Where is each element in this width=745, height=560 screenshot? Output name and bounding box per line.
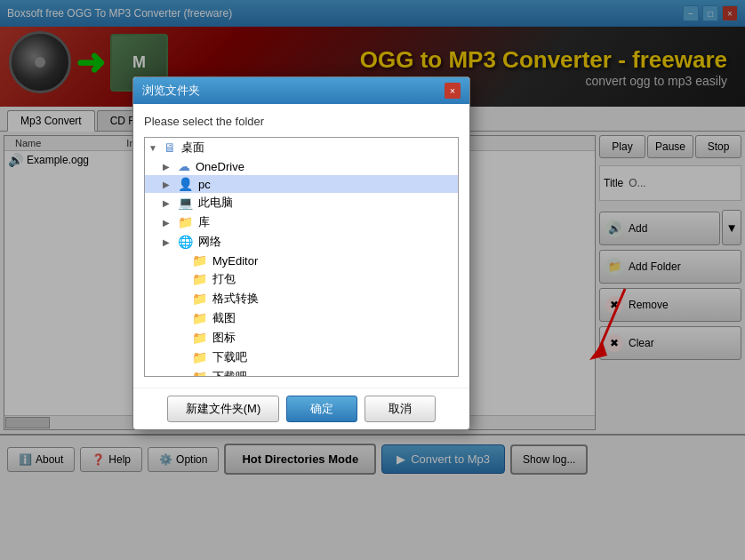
download2-icon: 📁 (192, 370, 207, 377)
tree-item-library[interactable]: ▶ 📁 库 (145, 212, 458, 232)
dialog-instruction: Please select the folder (144, 115, 459, 128)
cancel-button[interactable]: 取消 (364, 396, 436, 422)
tree-label-desktop: 桌面 (181, 140, 204, 156)
tree-arrow-onedrive: ▶ (163, 162, 175, 172)
modal-overlay: 浏览文件夹 × Please select the folder ▼ 🖥 桌面 … (0, 0, 745, 560)
tree-item-pc[interactable]: ▶ 👤 pc (145, 175, 458, 193)
dialog-body: Please select the folder ▼ 🖥 桌面 ▶ ☁ OneD… (133, 104, 469, 388)
screenshot-icon: 📁 (192, 311, 207, 325)
tree-item-convert[interactable]: 📁 格式转换 (145, 289, 458, 308)
tree-item-desktop[interactable]: ▼ 🖥 桌面 (145, 138, 458, 157)
tree-item-icons[interactable]: 📁 图标 (145, 328, 458, 348)
convert-folder-icon: 📁 (192, 292, 207, 306)
tree-item-download2[interactable]: 📁 下载吧.. (145, 367, 458, 377)
tree-label-onedrive: OneDrive (196, 160, 244, 173)
dialog-close-button[interactable]: × (445, 83, 461, 99)
tree-label-pc: pc (198, 178, 211, 191)
dialog-footer: 新建文件夹(M) 确定 取消 (133, 388, 469, 429)
network-icon: 🌐 (178, 235, 193, 249)
cloud-icon: ☁ (178, 159, 190, 173)
ok-button[interactable]: 确定 (286, 396, 357, 422)
tree-label-screenshot: 截图 (212, 310, 236, 326)
tree-label-icons: 图标 (212, 330, 236, 346)
pack-icon: 📁 (192, 272, 207, 286)
tree-label-library: 库 (198, 214, 210, 230)
tree-item-network[interactable]: ▶ 🌐 网络 (145, 232, 458, 252)
tree-item-screenshot[interactable]: 📁 截图 (145, 308, 458, 328)
tree-label-convert: 格式转换 (212, 291, 259, 307)
tree-item-pack[interactable]: 📁 打包 (145, 269, 458, 289)
tree-arrow-thispc: ▶ (163, 198, 175, 208)
tree-item-thispc[interactable]: ▶ 💻 此电脑 (145, 193, 458, 212)
tree-label-download2: 下载吧.. (212, 369, 253, 377)
tree-label-network: 网络 (198, 234, 221, 250)
tree-item-myeditor[interactable]: 📁 MyEditor (145, 252, 458, 269)
tree-label-myeditor: MyEditor (212, 254, 258, 268)
tree-arrow-network: ▶ (163, 237, 175, 247)
dialog-title: 浏览文件夹 (142, 83, 200, 99)
desktop-folder-icon: 🖥 (164, 140, 176, 155)
tree-label-pack: 打包 (212, 271, 236, 287)
browse-folder-dialog: 浏览文件夹 × Please select the folder ▼ 🖥 桌面 … (132, 76, 470, 430)
folder-tree[interactable]: ▼ 🖥 桌面 ▶ ☁ OneDrive ▶ 👤 pc (144, 137, 459, 377)
tree-item-onedrive[interactable]: ▶ ☁ OneDrive (145, 157, 458, 175)
library-icon: 📁 (178, 215, 193, 229)
tree-arrow-desktop: ▼ (148, 143, 161, 153)
tree-label-download1: 下载吧 (212, 349, 247, 365)
new-folder-button[interactable]: 新建文件夹(M) (167, 396, 280, 422)
tree-label-thispc: 此电脑 (198, 195, 233, 211)
tree-arrow-library: ▶ (163, 218, 175, 228)
dialog-titlebar: 浏览文件夹 × (133, 77, 469, 104)
computer-icon: 💻 (178, 196, 193, 210)
tree-item-download1[interactable]: 📁 下载吧 (145, 348, 458, 367)
icons-folder-icon: 📁 (192, 331, 207, 345)
download1-icon: 📁 (192, 350, 207, 364)
person-icon: 👤 (178, 177, 193, 191)
myeditor-icon: 📁 (192, 253, 207, 268)
tree-arrow-pc: ▶ (163, 180, 175, 189)
